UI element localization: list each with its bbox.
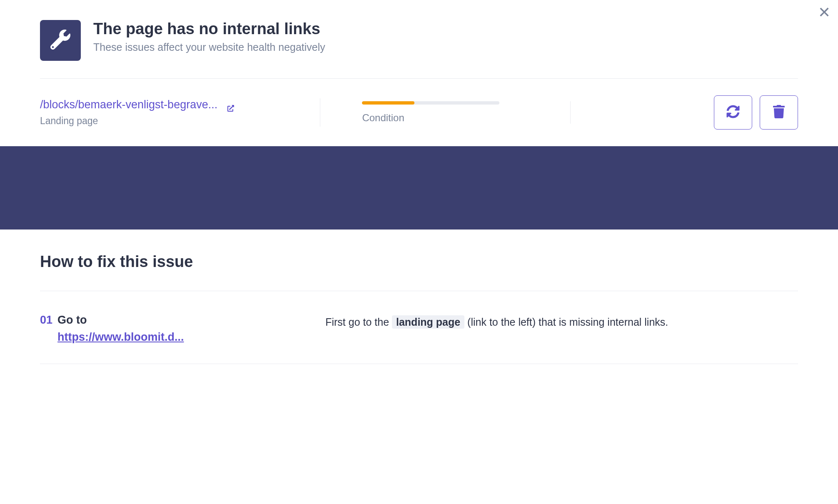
step-desc-post: (link to the left) that is missing inter… xyxy=(464,316,668,328)
wrench-icon xyxy=(50,30,70,51)
step-title-block: Go to https://www.bloomit.d... xyxy=(57,314,184,344)
fix-section: How to fix this issue 01 Go to https://w… xyxy=(0,230,838,381)
step-left: 01 Go to https://www.bloomit.d... xyxy=(40,314,313,344)
fix-heading: How to fix this issue xyxy=(40,253,798,271)
issue-icon-box xyxy=(40,20,81,61)
issue-subtitle: These issues affect your website health … xyxy=(93,41,325,53)
dark-section xyxy=(0,146,838,230)
page-path-link[interactable]: /blocks/bemaerk-venligst-begrave... xyxy=(40,98,303,111)
condition-progress-bar xyxy=(362,101,499,105)
step-description: First go to the landing page (link to th… xyxy=(325,314,798,344)
refresh-button[interactable] xyxy=(714,95,752,130)
close-button[interactable]: ✕ xyxy=(818,5,831,20)
page-path-text: /blocks/bemaerk-venligst-begrave... xyxy=(40,98,217,111)
step-title: Go to xyxy=(57,314,87,326)
step-desc-highlight: landing page xyxy=(392,315,464,329)
issue-header-text: The page has no internal links These iss… xyxy=(93,20,325,53)
issue-detail-panel: ✕ The page has no internal links These i… xyxy=(0,0,838,381)
close-icon: ✕ xyxy=(818,4,831,21)
issue-title: The page has no internal links xyxy=(93,20,325,38)
refresh-icon xyxy=(726,105,740,120)
condition-progress-fill xyxy=(362,101,414,105)
condition-label: Condition xyxy=(362,112,554,124)
page-type-label: Landing page xyxy=(40,115,303,127)
issue-header: The page has no internal links These iss… xyxy=(0,0,838,78)
external-link-icon xyxy=(227,102,234,108)
condition-col: Condition xyxy=(320,101,571,124)
page-info-row: /blocks/bemaerk-venligst-begrave... Land… xyxy=(0,79,838,146)
page-info-col: /blocks/bemaerk-venligst-begrave... Land… xyxy=(40,98,320,127)
trash-icon xyxy=(772,105,786,120)
fix-step: 01 Go to https://www.bloomit.d... First … xyxy=(40,291,798,364)
step-desc-pre: First go to the xyxy=(325,316,392,328)
step-number: 01 xyxy=(40,314,52,344)
step-link[interactable]: https://www.bloomit.d... xyxy=(57,331,184,344)
actions-col xyxy=(571,95,798,130)
delete-button[interactable] xyxy=(760,95,798,130)
